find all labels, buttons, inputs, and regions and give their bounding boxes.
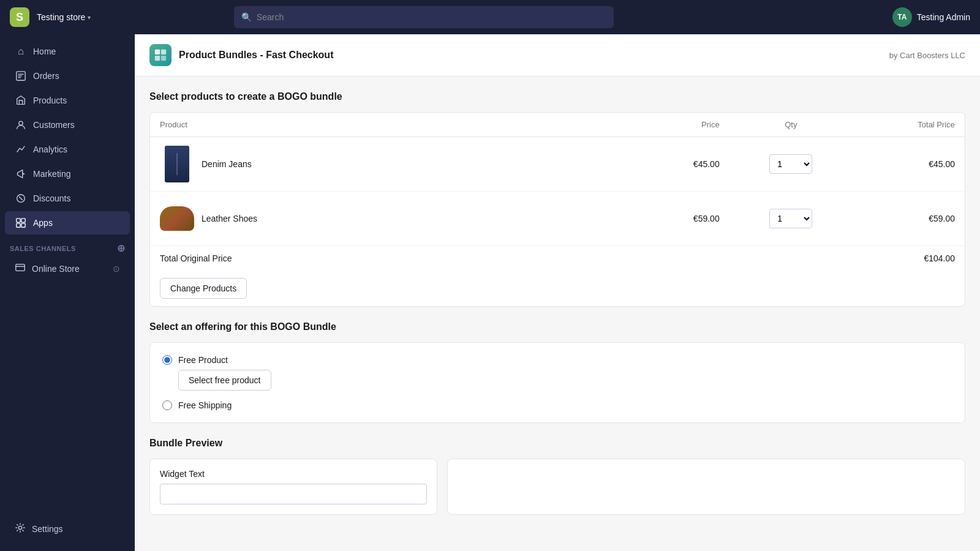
- product-price-shoes: €59.00: [639, 192, 729, 246]
- product-total-jeans: €45.00: [853, 137, 965, 192]
- home-icon: ⌂: [15, 45, 27, 58]
- product-cell-shoes: Leather Shoes: [150, 192, 639, 246]
- main-content: Product Bundles - Fast Checkout by Cart …: [135, 34, 980, 551]
- store-name-button[interactable]: Testing store ▾: [37, 12, 91, 22]
- customers-icon: [15, 119, 27, 131]
- svg-point-4: [19, 121, 23, 125]
- total-label: Total Original Price: [150, 246, 853, 271]
- sidebar: ⌂ Home Orders Products Customers Analy: [0, 34, 135, 551]
- free-product-label: Free Product: [178, 355, 228, 365]
- app-header: Product Bundles - Fast Checkout by Cart …: [135, 34, 980, 77]
- topbar: S Testing store ▾ 🔍 TA Testing Admin: [0, 0, 980, 34]
- offering-option-free-shipping[interactable]: Free Shipping: [162, 400, 952, 410]
- marketing-icon: [15, 168, 27, 180]
- svg-point-14: [18, 526, 21, 529]
- product-total-shoes: €59.00: [853, 192, 965, 246]
- products-icon: [15, 94, 27, 107]
- avatar: TA: [892, 7, 912, 27]
- widget-text-card: Widget Text: [149, 459, 437, 515]
- offering-option-free-product[interactable]: Free Product: [162, 355, 952, 365]
- col-qty: Qty: [729, 113, 853, 137]
- svg-rect-17: [155, 56, 160, 61]
- product-table: Product Price Qty Total Price: [150, 113, 965, 271]
- product-image-shoes: [160, 199, 194, 238]
- bundle-preview-title: Bundle Preview: [149, 438, 965, 449]
- bundle-preview-grid: Widget Text: [149, 459, 965, 515]
- col-product: Product: [150, 113, 639, 137]
- free-shipping-radio[interactable]: [162, 400, 172, 410]
- online-store-icon: [15, 262, 26, 275]
- table-row: Leather Shoes €59.00 1 2 3: [150, 192, 965, 246]
- product-price-jeans: €45.00: [639, 137, 729, 192]
- sidebar-item-orders[interactable]: Orders: [5, 64, 130, 88]
- widget-text-input[interactable]: [160, 484, 427, 504]
- product-qty-jeans[interactable]: 1 2 3: [729, 137, 853, 192]
- store-logo: S: [10, 7, 29, 27]
- sidebar-item-settings[interactable]: Settings: [5, 517, 130, 541]
- add-sales-channel-button[interactable]: ⊕: [117, 242, 126, 254]
- orders-icon: [15, 70, 27, 82]
- free-shipping-label: Free Shipping: [178, 400, 232, 410]
- change-products-button[interactable]: Change Products: [160, 278, 247, 299]
- qty-select-jeans[interactable]: 1 2 3: [769, 154, 812, 174]
- sidebar-item-online-store[interactable]: Online Store ⊙: [5, 257, 130, 280]
- product-image-jeans: [160, 144, 194, 184]
- select-free-product-button[interactable]: Select free product: [178, 370, 271, 391]
- offering-section-title: Select an offering for this BOGO Bundle: [149, 321, 965, 332]
- sales-channels-label: SALES CHANNELS ⊕: [0, 235, 135, 257]
- offering-card: Free Product Select free product Free Sh…: [149, 342, 965, 423]
- apps-icon: [15, 217, 27, 229]
- product-qty-shoes[interactable]: 1 2 3: [729, 192, 853, 246]
- analytics-icon: [15, 143, 27, 156]
- app-by: by Cart Boosters LLC: [889, 51, 965, 60]
- widget-text-label: Widget Text: [160, 469, 427, 479]
- svg-rect-15: [155, 50, 160, 54]
- product-table-card: Product Price Qty Total Price: [149, 112, 965, 307]
- chevron-down-icon: ▾: [88, 14, 91, 21]
- online-store-settings-icon[interactable]: ⊙: [113, 264, 120, 274]
- sidebar-item-customers[interactable]: Customers: [5, 113, 130, 137]
- search-input[interactable]: [257, 12, 606, 22]
- sidebar-item-analytics[interactable]: Analytics: [5, 138, 130, 161]
- total-row: Total Original Price €104.00: [150, 246, 965, 271]
- svg-rect-13: [16, 264, 24, 271]
- qty-select-shoes[interactable]: 1 2 3: [769, 209, 812, 228]
- sidebar-item-products[interactable]: Products: [5, 89, 130, 112]
- app-title: Product Bundles - Fast Checkout: [179, 50, 333, 61]
- app-icon: [149, 44, 172, 66]
- total-value: €104.00: [853, 246, 965, 271]
- admin-menu[interactable]: TA Testing Admin: [892, 7, 970, 27]
- bundle-preview-visual: [447, 459, 965, 515]
- table-row: Denim Jeans €45.00 1 2 3: [150, 137, 965, 192]
- search-icon: 🔍: [241, 12, 252, 22]
- offering-radio-group: Free Product Select free product Free Sh…: [162, 355, 952, 410]
- svg-rect-16: [161, 50, 166, 54]
- settings-icon: [15, 522, 26, 535]
- col-total-price: Total Price: [853, 113, 965, 137]
- svg-rect-9: [17, 219, 20, 222]
- sidebar-item-marketing[interactable]: Marketing: [5, 162, 130, 186]
- svg-point-8: [21, 199, 23, 200]
- svg-rect-18: [161, 56, 166, 61]
- sidebar-item-home[interactable]: ⌂ Home: [5, 40, 130, 63]
- search-bar[interactable]: 🔍: [234, 6, 614, 28]
- sidebar-item-discounts[interactable]: Discounts: [5, 187, 130, 210]
- svg-rect-10: [21, 219, 25, 222]
- bogo-section-title: Select products to create a BOGO bundle: [149, 91, 965, 102]
- svg-point-7: [19, 197, 20, 198]
- sidebar-item-apps[interactable]: Apps: [5, 211, 130, 234]
- svg-rect-11: [17, 223, 20, 227]
- discounts-icon: [15, 192, 27, 204]
- product-cell-jeans: Denim Jeans: [150, 137, 639, 192]
- svg-rect-12: [21, 223, 25, 227]
- free-product-radio[interactable]: [162, 355, 172, 365]
- col-price: Price: [639, 113, 729, 137]
